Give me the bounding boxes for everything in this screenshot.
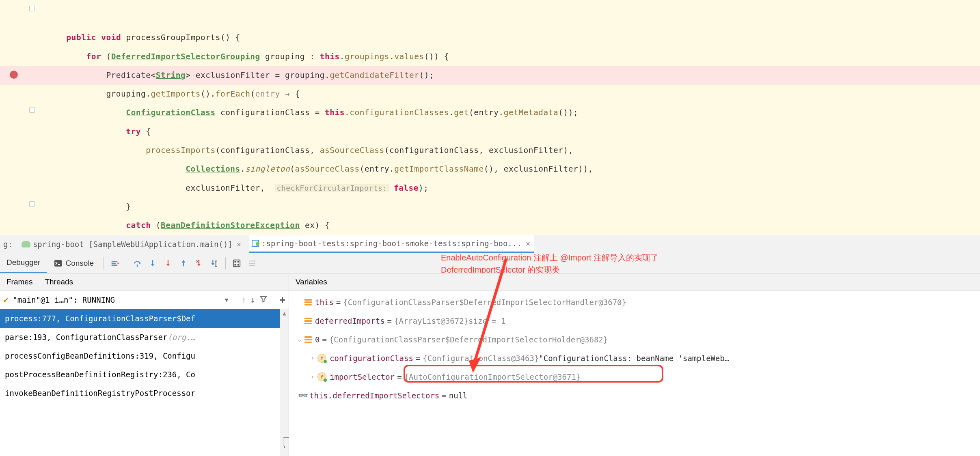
field-badge-icon: f [317, 372, 326, 381]
frames-list[interactable]: process:777, ConfigurationClassParser$De… [0, 309, 289, 456]
thread-dropdown[interactable]: "main"@1 i…n": RUNNING [13, 295, 221, 304]
step-into-icon[interactable] [148, 259, 157, 268]
code-content: public void processGroupImports() { for … [37, 10, 593, 235]
thread-selector-row: ✔ "main"@1 i…n": RUNNING ▼ ↑ ↓ + [0, 290, 289, 309]
root: public void processGroupImports() { for … [0, 0, 980, 456]
annotation-overlay: EnableAutoConfiguration 注解上 @Import 注解导入… [441, 252, 658, 276]
close-icon[interactable]: × [524, 239, 532, 248]
variables-list[interactable]: this = {ConfigurationClassParser$Deferre… [289, 290, 980, 456]
run-config-name: spring-boot [SampleWebUiApplication.main… [33, 240, 233, 249]
svg-marker-15 [197, 263, 201, 266]
gutter-fold-icon[interactable] [29, 6, 35, 11]
expand-icon[interactable]: › [309, 355, 317, 362]
force-step-into-icon[interactable] [164, 259, 173, 268]
stack-frame-row[interactable]: process:777, ConfigurationClassParser$De… [0, 309, 289, 328]
stack-frame-row[interactable]: invokeBeanDefinitionRegistryPostProcesso… [0, 384, 289, 402]
svg-rect-26 [235, 264, 236, 265]
gutter-fold-icon[interactable] [29, 107, 35, 113]
svg-rect-27 [237, 264, 239, 265]
chevron-down-icon[interactable]: ▼ [225, 297, 228, 303]
check-icon: ✔ [3, 295, 9, 305]
console-icon [53, 258, 63, 268]
variable-row[interactable]: 👓 this.deferredImportSelectors = null [289, 386, 980, 405]
separator [104, 257, 104, 269]
separator [225, 257, 226, 269]
svg-marker-11 [166, 263, 170, 266]
run-label: g: [3, 240, 15, 249]
stack-frame-row[interactable]: parse:193, ConfigurationClassParser (org… [0, 328, 289, 346]
svg-marker-19 [212, 263, 214, 266]
svg-rect-23 [233, 260, 240, 267]
step-over-icon[interactable] [133, 259, 142, 268]
next-frame-icon[interactable]: ↓ [250, 295, 255, 305]
variable-row[interactable]: › f importSelector = {AutoConfigurationI… [289, 368, 980, 386]
variable-row[interactable]: deferredImports = {ArrayList@3672} size … [289, 312, 980, 330]
scroll-up-icon[interactable]: ▲ [282, 309, 287, 317]
frames-scrollbar[interactable]: ▲ ▼ [280, 309, 289, 456]
variable-row[interactable]: › f configurationClass = {ConfigurationC… [289, 349, 980, 368]
run-to-cursor-icon[interactable] [210, 259, 219, 268]
module-icon [252, 240, 259, 247]
svg-marker-5 [118, 262, 120, 265]
trace-icon[interactable] [248, 259, 257, 268]
editor-gutter[interactable] [0, 0, 29, 235]
show-execution-point-icon[interactable] [110, 259, 119, 268]
close-icon[interactable]: × [235, 240, 243, 249]
gradle-icon [22, 241, 30, 247]
run-config-tab[interactable]: spring-boot [SampleWebUiApplication.main… [19, 235, 245, 253]
filter-icon[interactable] [259, 295, 268, 305]
expand-icon[interactable]: › [309, 373, 317, 381]
run-config-tab-active[interactable]: :spring-boot-tests:spring-boot-smoke-tes… [249, 235, 534, 253]
step-out-icon[interactable] [179, 259, 188, 268]
svg-marker-9 [151, 263, 155, 266]
field-badge-icon: f [317, 354, 326, 363]
field-icon [304, 336, 312, 343]
evaluate-expression-icon[interactable] [232, 259, 241, 268]
stack-frame-row[interactable]: processConfigBeanDefinitions:319, Config… [0, 346, 289, 365]
threads-header-tab[interactable]: Threads [45, 277, 85, 286]
frames-header-tab[interactable]: Frames [6, 277, 45, 286]
variables-panel: Variables this = {ConfigurationClassPars… [289, 273, 980, 456]
watch-icon: 👓 [298, 391, 307, 400]
variables-header: Variables [289, 273, 980, 290]
breakpoint-icon[interactable] [10, 71, 18, 79]
copy-icon[interactable] [284, 439, 285, 448]
svg-rect-0 [54, 260, 62, 267]
debug-body: Frames Threads ✔ "main"@1 i…n": RUNNING … [0, 273, 980, 456]
field-icon [304, 299, 312, 305]
code-editor[interactable]: public void processGroupImports() { for … [0, 0, 980, 235]
separator [126, 257, 126, 269]
frames-panel-header: Frames Threads [0, 273, 289, 290]
svg-rect-25 [237, 261, 239, 262]
prev-frame-icon[interactable]: ↑ [241, 295, 246, 305]
console-tab[interactable]: Console [47, 253, 100, 273]
field-icon [304, 318, 312, 324]
run-config-bar: g: spring-boot [SampleWebUiApplication.m… [0, 235, 980, 253]
collapse-icon[interactable]: ⌵ [296, 336, 304, 343]
gutter-fold-icon[interactable] [29, 201, 35, 207]
add-icon[interactable]: + [280, 294, 285, 305]
variable-row[interactable]: ⌵ 0 = {ConfigurationClassParser$Deferred… [289, 330, 980, 349]
svg-marker-31 [255, 260, 256, 262]
drop-frame-icon[interactable] [194, 259, 203, 268]
variable-row[interactable]: this = {ConfigurationClassParser$Deferre… [289, 293, 980, 312]
stack-frame-row[interactable]: postProcessBeanDefinitionRegistry:236, C… [0, 365, 289, 384]
run-config-name: :spring-boot-tests:spring-boot-smoke-tes… [261, 239, 522, 248]
svg-marker-13 [182, 260, 186, 262]
debugger-tab[interactable]: Debugger [0, 253, 47, 273]
svg-rect-24 [235, 261, 236, 262]
debug-toolbar: Debugger Console EnableAutoConfiguration… [0, 253, 980, 273]
frames-panel: Frames Threads ✔ "main"@1 i…n": RUNNING … [0, 273, 289, 456]
